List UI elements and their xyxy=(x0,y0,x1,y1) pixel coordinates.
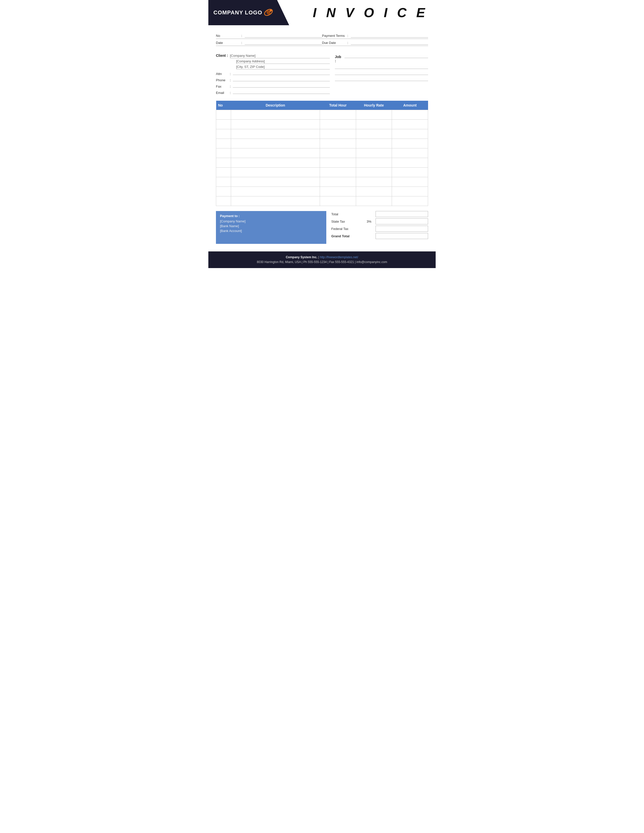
state-tax-percent: 3% xyxy=(367,220,375,224)
table-cell xyxy=(392,187,428,196)
client-city-row: [City, ST, ZIP Code] xyxy=(216,65,330,69)
table-cell xyxy=(216,110,231,120)
table-cell xyxy=(231,167,320,177)
table-row xyxy=(216,110,428,120)
col-no: No xyxy=(216,101,231,110)
table-cell xyxy=(356,129,392,139)
meta-due-date-right: Due Date : xyxy=(322,41,428,45)
table-row xyxy=(216,196,428,206)
table-cell xyxy=(216,177,231,187)
client-email-value xyxy=(233,89,330,94)
client-phone-value xyxy=(233,77,330,81)
table-cell xyxy=(231,158,320,167)
job-title-row: Job : xyxy=(335,53,428,63)
table-cell xyxy=(392,167,428,177)
meta-date-left: Date : xyxy=(216,41,322,45)
client-company-name: [Company Name] xyxy=(230,54,330,58)
table-header-row: No Description Total Hour Hourly Rate Am… xyxy=(216,101,428,110)
state-tax-label: State Tax xyxy=(331,220,367,224)
table-cell xyxy=(392,148,428,158)
table-cell xyxy=(216,167,231,177)
due-date-value xyxy=(351,41,428,45)
table-cell xyxy=(356,120,392,129)
meta-section: No : Payment Terms : Date : Due Date : xyxy=(208,33,436,46)
table-cell xyxy=(231,196,320,206)
table-header: No Description Total Hour Hourly Rate Am… xyxy=(216,101,428,110)
table-cell xyxy=(392,196,428,206)
client-company-address: [Company Address] xyxy=(236,60,330,64)
table-cell xyxy=(356,139,392,148)
fax-colon: : xyxy=(230,85,231,88)
meta-payment-terms-right: Payment Terms : xyxy=(322,34,428,38)
email-colon: : xyxy=(230,91,231,95)
client-fax-value xyxy=(233,83,330,88)
no-colon: : xyxy=(241,34,242,38)
table-section: No Description Total Hour Hourly Rate Am… xyxy=(208,101,436,206)
table-cell xyxy=(392,158,428,167)
state-tax-row: State Tax 3% xyxy=(331,218,428,224)
table-row xyxy=(216,129,428,139)
federal-tax-label: Federal Tax xyxy=(331,227,367,231)
table-cell xyxy=(356,187,392,196)
client-attn-row: Attn : xyxy=(216,71,330,76)
table-row xyxy=(216,139,428,148)
client-job-section: Client : [Company Name] [Company Address… xyxy=(208,51,436,101)
total-value xyxy=(375,211,428,217)
table-cell xyxy=(231,148,320,158)
phone-colon: : xyxy=(230,78,231,82)
invoice-title-block: I N V O I C E xyxy=(289,0,436,25)
client-phone-row: Phone : xyxy=(216,77,330,82)
table-cell xyxy=(320,167,356,177)
table-cell xyxy=(356,196,392,206)
page-header: COMPANY LOGO I N V O I C E xyxy=(208,0,436,25)
date-colon: : xyxy=(241,41,242,45)
col-description: Description xyxy=(231,101,320,110)
table-cell xyxy=(320,158,356,167)
table-row xyxy=(216,120,428,129)
payment-account: [Bank Account] xyxy=(220,229,322,233)
footer-company: Company System Inc. xyxy=(286,256,317,259)
table-cell xyxy=(231,139,320,148)
table-row xyxy=(216,167,428,177)
payment-block: Payment to : [Company Name] [Bank Name] … xyxy=(216,211,326,244)
bottom-section: Payment to : [Company Name] [Bank Name] … xyxy=(208,211,436,244)
table-cell xyxy=(320,196,356,206)
federal-tax-value xyxy=(375,226,428,232)
job-value-2 xyxy=(335,64,428,69)
job-block: Job : xyxy=(335,53,428,96)
table-cell xyxy=(320,120,356,129)
footer-website[interactable]: http://freewordtemplates.net/ xyxy=(320,256,358,259)
table-cell xyxy=(216,139,231,148)
due-date-colon: : xyxy=(347,41,348,45)
table-cell xyxy=(392,177,428,187)
logo-icon xyxy=(264,8,273,18)
table-row xyxy=(216,177,428,187)
grand-total-label: Grand Total xyxy=(331,234,367,238)
client-title-row: Client : [Company Name] xyxy=(216,53,330,58)
date-value xyxy=(245,41,322,45)
email-label: Email xyxy=(216,91,230,95)
payment-label: Payment to : xyxy=(220,214,322,218)
table-cell xyxy=(356,177,392,187)
total-row: Total xyxy=(331,211,428,217)
table-cell xyxy=(216,187,231,196)
totals-block: Total State Tax 3% Federal Tax Grand Tot… xyxy=(331,211,428,240)
attn-colon: : xyxy=(230,72,231,76)
table-cell xyxy=(392,139,428,148)
table-cell xyxy=(392,129,428,139)
due-date-label: Due Date xyxy=(322,41,345,45)
client-block: Client : [Company Name] [Company Address… xyxy=(216,53,330,96)
table-cell xyxy=(216,129,231,139)
job-label: Job : xyxy=(335,55,343,63)
table-cell xyxy=(216,148,231,158)
federal-tax-row: Federal Tax xyxy=(331,226,428,232)
date-label: Date xyxy=(216,41,239,45)
footer-line-2: 8030 Harrington Rd, Miami, USA | Ph 555-… xyxy=(213,260,431,265)
table-body xyxy=(216,110,428,206)
table-cell xyxy=(392,110,428,120)
table-cell xyxy=(356,158,392,167)
page-footer: Company System Inc. | http://freewordtem… xyxy=(208,251,436,268)
job-value-4 xyxy=(335,77,428,81)
meta-no-left: No : xyxy=(216,34,322,38)
client-address-row: [Company Address] xyxy=(216,60,330,64)
